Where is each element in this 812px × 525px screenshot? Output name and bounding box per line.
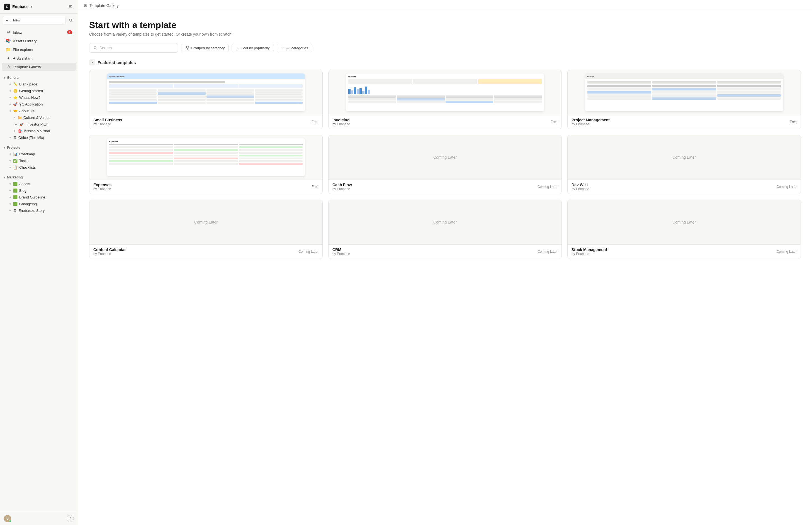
templates-grid: Name (OnBoarding) <box>89 70 801 259</box>
svg-line-11 <box>188 47 188 48</box>
sidebar-item-ai-assistant[interactable]: ✦ AI Assistant <box>2 54 76 62</box>
template-author: by Enobase <box>93 252 126 256</box>
template-preview-cash-flow: Coming Later <box>329 135 562 180</box>
explode-icon: 💥 <box>17 116 22 120</box>
template-card-crm[interactable]: Coming Later CRM by Enobase Coming Later <box>328 199 562 259</box>
sidebar-item-checklists[interactable]: 📋 Checklists <box>2 164 76 171</box>
workspace-name[interactable]: E Enobase ▾ <box>4 4 32 10</box>
sidebar-item-tasks[interactable]: ✅ Tasks <box>2 158 76 164</box>
template-author: by Enobase <box>332 122 350 126</box>
sidebar-item-blank-page[interactable]: ✏️ Blank page <box>2 81 76 87</box>
template-card-project-management[interactable]: Projects <box>567 70 801 129</box>
sidebar-item-inbox[interactable]: ✉ Inbox 2 <box>2 28 76 36</box>
template-card-invoicing[interactable]: Invoices <box>328 70 562 129</box>
template-preview-expenses: Expenses <box>89 135 322 180</box>
dot-icon <box>10 196 11 198</box>
page-title: Start with a template <box>89 20 801 30</box>
template-card-content-calendar[interactable]: Coming Later Content Calendar by Enobase… <box>89 199 323 259</box>
sidebar-item-about-us[interactable]: 🤝 About Us <box>2 108 76 114</box>
sidebar-toggle-button[interactable] <box>67 3 74 10</box>
all-categories-button[interactable]: All categories <box>277 44 313 52</box>
template-badge: Coming Later <box>538 250 557 254</box>
check-icon: ✅ <box>13 159 17 163</box>
template-badge: Free <box>790 120 797 124</box>
template-card-cash-flow[interactable]: Coming Later Cash Flow by Enobase Coming… <box>328 135 562 194</box>
dot-icon <box>10 90 11 92</box>
sidebar-item-yc-application[interactable]: 🚀 YC Application <box>2 101 76 107</box>
chevron-down-icon: ▾ <box>4 76 5 79</box>
sidebar-item-file-explorer[interactable]: 📁 File explorer <box>2 45 76 54</box>
rocket2-icon: 🚀 <box>19 122 24 126</box>
search-button[interactable] <box>67 16 75 25</box>
template-card-small-business[interactable]: Name (OnBoarding) <box>89 70 323 129</box>
template-name: CRM <box>332 247 350 252</box>
search-icon <box>93 46 97 50</box>
sidebar-item-changelog[interactable]: 🟩 Changelog <box>2 201 76 207</box>
template-author: by Enobase <box>571 122 610 126</box>
clipboard-icon: 📋 <box>13 165 17 169</box>
template-footer-stock-management: Stock Management by Enobase Coming Later <box>568 244 801 259</box>
sidebar-item-template-gallery[interactable]: ⊕ Template Gallery <box>2 63 76 71</box>
sidebar-item-investor-pitch[interactable]: ▶ 🚀 Investor Pitch <box>2 121 76 127</box>
workspace-icon: E <box>4 4 10 10</box>
sort-by-popularity-button[interactable]: Sort by popularity <box>232 44 274 52</box>
template-badge: Free <box>311 120 319 124</box>
filter-icon <box>281 46 285 50</box>
template-preview-crm: Coming Later <box>329 200 562 244</box>
template-card-stock-management[interactable]: Coming Later Stock Management by Enobase… <box>567 199 801 259</box>
template-footer-dev-wiki: Dev Wiki by Enobase Coming Later <box>568 180 801 194</box>
template-badge: Coming Later <box>299 250 319 254</box>
sidebar-item-office[interactable]: 🖥 Office (The Mix) <box>2 134 76 141</box>
template-card-expenses[interactable]: Expenses Expenses by Enobase <box>89 135 323 194</box>
help-button[interactable]: ? <box>67 515 74 522</box>
dot-icon <box>10 97 11 98</box>
marketing-section-header[interactable]: ▾ Marketing <box>0 174 78 180</box>
user-avatar[interactable]: U <box>4 515 11 522</box>
topbar: ⊕ Template Gallery <box>78 0 812 11</box>
grouped-by-category-button[interactable]: Grouped by category <box>181 44 229 52</box>
template-name: Project Management <box>571 118 610 122</box>
sidebar-item-culture-values[interactable]: 💥 Culture & Values <box>2 115 76 121</box>
featured-label: Featured templates <box>98 60 136 65</box>
template-name: Expenses <box>93 183 112 187</box>
svg-line-6 <box>96 48 97 49</box>
edit-icon: ✏️ <box>13 82 17 86</box>
template-preview-project-management: Projects <box>568 70 801 115</box>
template-badge: Free <box>551 120 557 124</box>
sidebar-item-enobase-story[interactable]: 🖥 Enobase's Story <box>2 207 76 214</box>
topbar-title: Template Gallery <box>89 3 119 8</box>
sidebar-item-getting-started[interactable]: 🪙 Getting started <box>2 88 76 94</box>
template-badge: Coming Later <box>777 250 797 254</box>
projects-section-header[interactable]: ▾ Projects <box>0 145 78 151</box>
sidebar-footer: U ? <box>0 512 78 525</box>
sidebar-item-assets-mkt[interactable]: 🟩 Assets <box>2 181 76 187</box>
sidebar-item-roadmap[interactable]: 📊 Roadmap <box>2 151 76 157</box>
sidebar-item-brand-guideline[interactable]: 🟩 Brand Guideline <box>2 194 76 200</box>
collapse-button[interactable]: ▾ <box>89 59 95 65</box>
folder-icon: 📁 <box>5 47 11 52</box>
dot-icon <box>10 137 11 138</box>
main-content: ⊕ Template Gallery Start with a template… <box>78 0 812 525</box>
sidebar-item-whats-new[interactable]: ⭐ What's New? <box>2 94 76 101</box>
green-square4-icon: 🟩 <box>13 202 17 206</box>
ai-icon: ✦ <box>5 56 11 61</box>
chevron-down-icon: ▾ <box>4 176 5 179</box>
template-author: by Enobase <box>332 252 350 256</box>
sidebar-item-mission-vision[interactable]: 🎯 Mission & Vision <box>2 128 76 134</box>
projects-section: ▾ Projects 📊 Roadmap ✅ Tasks 📋 Checklist… <box>0 145 78 171</box>
template-card-dev-wiki[interactable]: Coming Later Dev Wiki by Enobase Coming … <box>567 135 801 194</box>
search-bar[interactable]: Search <box>89 43 178 52</box>
dot-icon <box>14 130 15 132</box>
dot-icon <box>10 104 11 105</box>
sidebar-item-blog[interactable]: 🟩 Blog <box>2 188 76 194</box>
template-footer-project-management: Project Management by Enobase Free <box>568 115 801 129</box>
dot-icon <box>10 203 11 205</box>
new-button[interactable]: + + New <box>3 16 66 25</box>
dot-icon <box>10 167 11 168</box>
dot-icon <box>10 160 11 162</box>
general-section-header[interactable]: ▾ General <box>0 75 78 81</box>
sidebar-item-assets-library[interactable]: 📚 Assets Library <box>2 37 76 45</box>
sidebar-header: E Enobase ▾ <box>0 0 78 14</box>
template-name: Content Calendar <box>93 247 126 252</box>
template-author: by Enobase <box>571 252 607 256</box>
